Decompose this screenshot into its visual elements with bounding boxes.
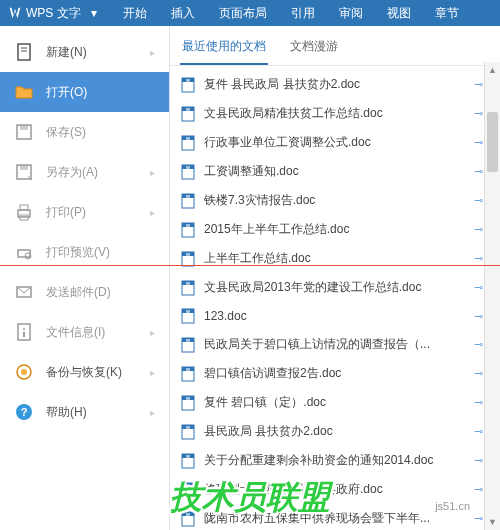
tab-view[interactable]: 视图 [375,0,423,26]
svg-text:W: W [186,164,190,169]
sidebar-label: 另存为(A) [46,164,98,181]
ribbon: WPS 文字 ▾ 开始 插入 页面布局 引用 审阅 视图 章节 [0,0,500,26]
preview-icon [14,242,34,262]
scroll-up-icon[interactable]: ▲ [485,62,500,78]
doc-item[interactable]: W工资调整通知.doc⊸ [170,157,500,186]
sidebar-item-help[interactable]: ?帮助(H)▸ [0,392,169,432]
svg-rect-0 [18,44,30,60]
svg-text:W: W [186,309,190,314]
tab-layout[interactable]: 页面布局 [207,0,279,26]
doc-name: 县民政局 县扶贫办2.doc [204,423,466,440]
sidebar-label: 新建(N) [46,44,87,61]
sidebar: 新建(N)▸打开(O)保存(S)另存为(A)▸打印(P)▸打印预览(V)发送邮件… [0,26,170,530]
doc-item[interactable]: W县民政局 县扶贫办2.doc⊸ [170,417,500,446]
content-tab[interactable]: 最近使用的文档 [180,34,268,65]
svg-text:W: W [186,251,190,256]
doc-item[interactable]: W行政事业单位工资调整公式.doc⊸ [170,128,500,157]
sidebar-item-open[interactable]: 打开(O) [0,72,169,112]
doc-icon: W [180,106,196,122]
red-divider-line [0,265,500,266]
content-tab[interactable]: 文档漫游 [288,34,340,65]
doc-name: 关于分配重建剩余补助资金的通知2014.doc [204,452,466,469]
svg-rect-6 [20,165,28,170]
doc-item[interactable]: W关于分配重建剩余补助资金的通知2014.doc⊸ [170,446,500,475]
doc-item[interactable]: W文县民政局2013年党的建设工作总结.doc⊸ [170,273,500,302]
doc-icon: W [180,164,196,180]
dropdown-icon[interactable]: ▾ [85,6,103,20]
sidebar-label: 帮助(H) [46,404,87,421]
chevron-right-icon: ▸ [150,407,155,418]
svg-text:W: W [186,222,190,227]
sidebar-item-preview[interactable]: 打印预览(V) [0,232,169,272]
sidebar-label: 打印(P) [46,204,86,221]
sidebar-label: 打开(O) [46,84,87,101]
chevron-right-icon: ▸ [150,167,155,178]
doc-item[interactable]: W复件 县民政局 县扶贫办2.doc⊸ [170,70,500,99]
doc-icon: W [180,424,196,440]
sidebar-label: 发送邮件(D) [46,284,111,301]
svg-text:W: W [186,106,190,111]
app-name: WPS 文字 [26,5,81,22]
doc-name: 文县民政局2013年党的建设工作总结.doc [204,279,466,296]
doc-name: 复件 碧口镇（定）.doc [204,394,466,411]
sidebar-item-backup[interactable]: 备份与恢复(K)▸ [0,352,169,392]
sidebar-item-info[interactable]: 文件信息(I)▸ [0,312,169,352]
doc-icon: W [180,135,196,151]
sidebar-item-send[interactable]: 发送邮件(D) [0,272,169,312]
doc-icon: W [180,280,196,296]
scroll-thumb[interactable] [487,112,498,172]
watermark-text: 技术员联盟 [170,476,330,520]
doc-name: 123.doc [204,309,466,323]
sidebar-item-save[interactable]: 保存(S) [0,112,169,152]
save-icon [14,122,34,142]
sidebar-item-print[interactable]: 打印(P)▸ [0,192,169,232]
svg-text:?: ? [21,406,28,418]
main-area: 新建(N)▸打开(O)保存(S)另存为(A)▸打印(P)▸打印预览(V)发送邮件… [0,26,500,530]
sidebar-item-saveas[interactable]: 另存为(A)▸ [0,152,169,192]
sidebar-label: 保存(S) [46,124,86,141]
tab-chapter[interactable]: 章节 [423,0,471,26]
doc-item[interactable]: W铁楼7.3灾情报告.doc⊸ [170,186,500,215]
tab-reference[interactable]: 引用 [279,0,327,26]
doc-item[interactable]: W复件 碧口镇（定）.doc⊸ [170,388,500,417]
chevron-right-icon: ▸ [150,327,155,338]
tab-start[interactable]: 开始 [111,0,159,26]
doc-name: 工资调整通知.doc [204,163,466,180]
doc-list: W复件 县民政局 县扶贫办2.doc⊸W文县民政局精准扶贫工作总结.doc⊸W行… [170,66,500,530]
doc-item[interactable]: W2015年上半年工作总结.doc⊸ [170,215,500,244]
sidebar-label: 备份与恢复(K) [46,364,122,381]
scrollbar[interactable]: ▲ ▼ [484,62,500,530]
saveas-icon [14,162,34,182]
doc-item[interactable]: W文县民政局精准扶贫工作总结.doc⊸ [170,99,500,128]
app-logo[interactable]: WPS 文字 ▾ [0,5,111,22]
doc-item[interactable]: W碧口镇信访调查报2告.doc⊸ [170,359,500,388]
send-icon [14,282,34,302]
doc-name: 文县民政局精准扶贫工作总结.doc [204,105,466,122]
svg-text:W: W [186,77,190,82]
doc-icon: W [180,77,196,93]
help-icon: ? [14,402,34,422]
tab-insert[interactable]: 插入 [159,0,207,26]
svg-point-14 [23,328,25,330]
svg-text:W: W [186,280,190,285]
doc-item[interactable]: W民政局关于碧口镇上访情况的调查报告（...⊸ [170,330,500,359]
wps-icon [8,6,22,20]
svg-text:W: W [186,395,190,400]
svg-text:W: W [186,337,190,342]
svg-text:W: W [186,366,190,371]
doc-name: 铁楼7.3灾情报告.doc [204,192,466,209]
doc-icon: W [180,337,196,353]
svg-text:W: W [186,193,190,198]
sidebar-item-new[interactable]: 新建(N)▸ [0,32,169,72]
watermark-url: js51.cn [435,500,470,512]
doc-item[interactable]: W123.doc⊸ [170,302,500,330]
sidebar-label: 文件信息(I) [46,324,105,341]
scroll-down-icon[interactable]: ▼ [485,514,500,530]
tab-review[interactable]: 审阅 [327,0,375,26]
doc-icon: W [180,395,196,411]
content-panel: 最近使用的文档文档漫游 W复件 县民政局 县扶贫办2.doc⊸W文县民政局精准扶… [170,26,500,530]
doc-name: 复件 县民政局 县扶贫办2.doc [204,76,466,93]
print-icon [14,202,34,222]
doc-item[interactable]: W上半年工作总结.doc⊸ [170,244,500,273]
new-icon [14,42,34,62]
